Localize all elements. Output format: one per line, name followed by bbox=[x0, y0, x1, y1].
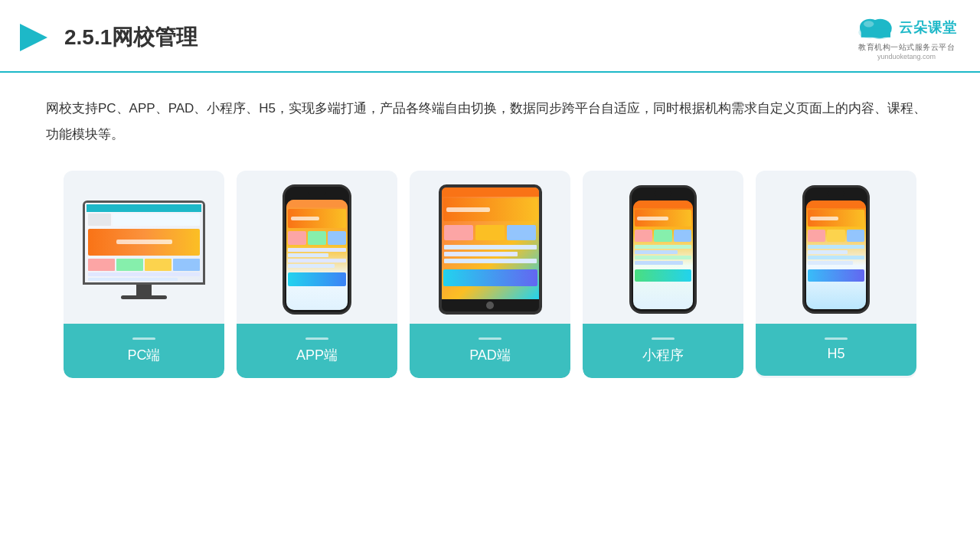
label-line-miniapp bbox=[652, 337, 675, 340]
card-h5-image bbox=[756, 171, 916, 324]
svg-rect-7 bbox=[861, 28, 890, 37]
phone-device-miniapp bbox=[629, 185, 697, 314]
label-line-pc bbox=[132, 337, 155, 340]
card-app-label: APP端 bbox=[237, 324, 397, 378]
card-app-image bbox=[237, 171, 397, 324]
card-app: APP端 bbox=[237, 171, 397, 378]
card-pad-image bbox=[410, 171, 570, 324]
phone-screen-miniapp bbox=[633, 201, 693, 309]
card-label-text-h5: H5 bbox=[827, 346, 844, 361]
card-pad: PAD端 bbox=[410, 171, 570, 378]
logo-tagline: 教育机构一站式服务云平台 bbox=[858, 42, 955, 53]
phone-body-miniapp bbox=[629, 185, 697, 314]
card-miniapp-image bbox=[583, 171, 743, 324]
svg-point-8 bbox=[864, 21, 874, 27]
logo-url: yunduoketang.com bbox=[877, 53, 936, 60]
screen-content-pc bbox=[87, 204, 201, 281]
card-label-text-pc: PC端 bbox=[127, 347, 160, 363]
logo-area: 云朵课堂 教育机构一站式服务云平台 yunduoketang.com bbox=[856, 14, 957, 60]
pc-monitor bbox=[83, 201, 205, 299]
card-h5: H5 bbox=[756, 171, 916, 378]
description-text: 网校支持PC、APP、PAD、小程序、H5，实现多端打通，产品各终端自由切换，数… bbox=[0, 73, 980, 155]
description-content: 网校支持PC、APP、PAD、小程序、H5，实现多端打通，产品各终端自由切换，数… bbox=[46, 101, 926, 142]
card-miniapp: 小程序 bbox=[583, 171, 743, 378]
card-label-text-miniapp: 小程序 bbox=[642, 347, 684, 363]
tablet-home-button bbox=[486, 302, 494, 309]
cloud-icon bbox=[856, 14, 894, 41]
svg-marker-0 bbox=[20, 24, 47, 51]
page-header: 2.5.1网校管理 云朵课堂 教育机构一站式服务云平台 yunduoketang… bbox=[0, 0, 980, 73]
label-line-pad bbox=[479, 337, 501, 340]
header-left: 2.5.1网校管理 bbox=[15, 19, 198, 56]
phone-notch-h5 bbox=[827, 191, 845, 196]
logo-text: 云朵课堂 bbox=[899, 18, 957, 37]
label-line-h5 bbox=[825, 337, 848, 340]
phone-notch-miniapp bbox=[654, 191, 672, 196]
card-label-text-app: APP端 bbox=[296, 347, 338, 363]
phone-device-app bbox=[283, 184, 351, 315]
brand-play-icon bbox=[15, 19, 52, 56]
tablet-screen bbox=[442, 187, 539, 299]
card-h5-label: H5 bbox=[756, 324, 916, 376]
monitor-body bbox=[83, 201, 205, 285]
tablet-device bbox=[439, 184, 542, 315]
card-pad-label: PAD端 bbox=[410, 324, 570, 378]
card-pc-label: PC端 bbox=[64, 324, 224, 378]
monitor-base bbox=[121, 295, 167, 299]
phone-notch-app bbox=[308, 191, 326, 195]
card-label-text-pad: PAD端 bbox=[469, 347, 511, 363]
cards-container: PC端 bbox=[0, 155, 980, 401]
phone-device-h5 bbox=[802, 185, 870, 314]
monitor-stand bbox=[136, 285, 152, 295]
page-title: 2.5.1网校管理 bbox=[64, 23, 198, 52]
monitor-screen bbox=[85, 203, 203, 282]
phone-body-app bbox=[283, 184, 351, 315]
logo-cloud: 云朵课堂 bbox=[856, 14, 957, 41]
card-miniapp-label: 小程序 bbox=[583, 324, 743, 378]
phone-body-h5 bbox=[802, 185, 870, 314]
card-pc-image bbox=[64, 171, 224, 324]
label-line-app bbox=[305, 337, 328, 340]
card-pc: PC端 bbox=[64, 171, 224, 378]
phone-screen-h5 bbox=[806, 201, 866, 309]
phone-screen-app bbox=[286, 200, 348, 310]
tablet-body bbox=[439, 184, 542, 315]
